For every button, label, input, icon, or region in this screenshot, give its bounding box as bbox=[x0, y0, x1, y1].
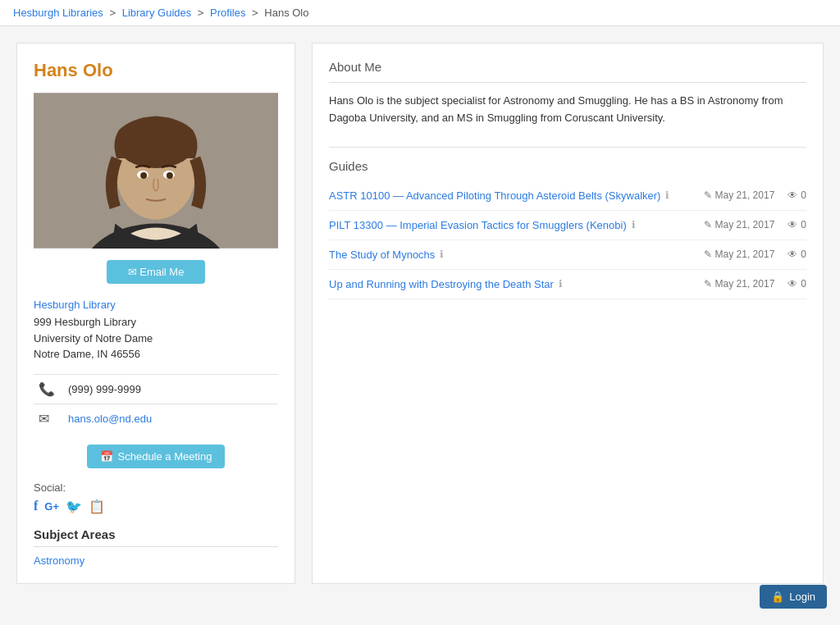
guide-info-icon-3[interactable]: ℹ bbox=[440, 249, 444, 260]
guide-row: PILT 13300 — Imperial Evasion Tactics fo… bbox=[329, 211, 806, 240]
login-button[interactable]: 🔒 Login bbox=[760, 585, 827, 600]
subject-areas-title: Subject Areas bbox=[34, 527, 278, 541]
guide-date-text-4: May 21, 2017 bbox=[715, 278, 775, 290]
schedule-meeting-button[interactable]: 📅 Schedule a Meeting bbox=[87, 445, 226, 468]
schedule-button-label: Schedule a Meeting bbox=[118, 450, 212, 463]
guide-info-icon-2[interactable]: ℹ bbox=[632, 219, 636, 230]
subject-areas-section: Subject Areas Astronomy bbox=[34, 527, 278, 567]
guide-row: ASTR 10100 — Advanced Piloting Through A… bbox=[329, 181, 806, 211]
guide-link-4[interactable]: Up and Running with Destroying the Death… bbox=[329, 278, 554, 290]
email-icon: ✉ bbox=[34, 404, 63, 433]
breadcrumb-current: Hans Olo bbox=[264, 7, 308, 19]
email-value[interactable]: hans.olo@nd.edu bbox=[63, 404, 278, 433]
guide-date-text-1: May 21, 2017 bbox=[715, 189, 775, 201]
edit-icon-2: ✎ bbox=[704, 219, 712, 230]
guide-right-4: ✎ May 21, 2017 👁 0 bbox=[704, 278, 806, 290]
profile-name: Hans Olo bbox=[34, 60, 278, 81]
blog-icon[interactable]: 📋 bbox=[89, 499, 105, 514]
breadcrumb-sep-1: > bbox=[109, 7, 116, 19]
svg-point-9 bbox=[140, 172, 147, 179]
guide-link-3[interactable]: The Study of Mynochs bbox=[329, 249, 435, 261]
guide-row: The Study of Mynochs ℹ ✎ May 21, 2017 👁 … bbox=[329, 240, 806, 270]
email-button[interactable]: ✉ Email Me bbox=[107, 260, 205, 284]
schedule-button-wrapper: 📅 Schedule a Meeting bbox=[34, 445, 278, 481]
profile-main: About Me Hans Olo is the subject special… bbox=[312, 43, 824, 584]
breadcrumb-library-guides[interactable]: Library Guides bbox=[122, 7, 192, 19]
breadcrumb-sep-3: > bbox=[252, 7, 258, 19]
svg-point-10 bbox=[167, 172, 173, 179]
guide-views-4: 👁 0 bbox=[788, 278, 806, 290]
guide-date-text-2: May 21, 2017 bbox=[715, 219, 775, 230]
profile-photo bbox=[34, 93, 278, 249]
guide-link-2[interactable]: PILT 13300 — Imperial Evasion Tactics fo… bbox=[329, 219, 627, 231]
guide-date-2: ✎ May 21, 2017 bbox=[704, 219, 775, 230]
social-icons: f G+ 🐦 📋 bbox=[34, 499, 278, 514]
lock-icon: 🔒 bbox=[771, 591, 784, 600]
phone-icon: 📞 bbox=[34, 374, 63, 404]
guide-left-2: PILT 13300 — Imperial Evasion Tactics fo… bbox=[329, 219, 636, 231]
guide-view-count-3: 0 bbox=[801, 249, 806, 260]
library-address: 999 Hesburgh Library University of Notre… bbox=[34, 314, 278, 363]
edit-icon-1: ✎ bbox=[704, 189, 712, 201]
address-line2: University of Notre Dame bbox=[34, 332, 153, 344]
social-label: Social: bbox=[34, 481, 278, 494]
breadcrumb-sep-2: > bbox=[198, 7, 204, 19]
email-button-label: Email Me bbox=[139, 266, 184, 278]
phone-row: 📞 (999) 999-9999 bbox=[34, 374, 278, 404]
about-me-title: About Me bbox=[329, 60, 806, 74]
guide-right-1: ✎ May 21, 2017 👁 0 bbox=[704, 189, 806, 201]
social-section: Social: f G+ 🐦 📋 bbox=[34, 481, 278, 514]
eye-icon-2: 👁 bbox=[788, 219, 797, 230]
guide-left-4: Up and Running with Destroying the Death… bbox=[329, 278, 563, 290]
guide-date-4: ✎ May 21, 2017 bbox=[704, 278, 775, 290]
email-button-wrapper: ✉ Email Me bbox=[34, 260, 278, 299]
guide-date-text-3: May 21, 2017 bbox=[715, 249, 775, 260]
edit-icon-3: ✎ bbox=[704, 249, 712, 260]
login-label: Login bbox=[789, 591, 815, 600]
breadcrumb: Hesburgh Libraries > Library Guides > Pr… bbox=[0, 0, 840, 26]
contact-table: 📞 (999) 999-9999 ✉ hans.olo@nd.edu bbox=[34, 374, 278, 433]
guide-info-icon-1[interactable]: ℹ bbox=[665, 189, 669, 201]
subject-areas-divider bbox=[34, 546, 278, 547]
page-wrapper: Hans Olo bbox=[0, 26, 840, 600]
guide-date-3: ✎ May 21, 2017 bbox=[704, 249, 775, 260]
about-divider bbox=[329, 82, 806, 83]
phone-number: (999) 999-9999 bbox=[63, 374, 278, 404]
library-name[interactable]: Hesburgh Library bbox=[34, 299, 278, 311]
email-link[interactable]: hans.olo@nd.edu bbox=[68, 413, 152, 425]
guide-view-count-2: 0 bbox=[801, 219, 806, 230]
edit-icon-4: ✎ bbox=[704, 278, 712, 290]
email-row: ✉ hans.olo@nd.edu bbox=[34, 404, 278, 433]
guide-view-count-4: 0 bbox=[801, 278, 806, 290]
calendar-icon: 📅 bbox=[100, 450, 113, 463]
guide-left-1: ASTR 10100 — Advanced Piloting Through A… bbox=[329, 189, 669, 202]
guide-views-3: 👁 0 bbox=[788, 249, 806, 260]
guides-title: Guides bbox=[329, 147, 806, 173]
profile-image bbox=[34, 93, 278, 249]
guide-date-1: ✎ May 21, 2017 bbox=[704, 189, 775, 201]
guide-right-3: ✎ May 21, 2017 👁 0 bbox=[704, 249, 806, 260]
guide-info-icon-4[interactable]: ℹ bbox=[559, 278, 563, 290]
twitter-icon[interactable]: 🐦 bbox=[66, 499, 82, 514]
eye-icon-3: 👁 bbox=[788, 249, 797, 260]
profile-sidebar: Hans Olo bbox=[16, 43, 295, 584]
about-text: Hans Olo is the subject specialist for A… bbox=[329, 93, 806, 127]
guide-right-2: ✎ May 21, 2017 👁 0 bbox=[704, 219, 806, 230]
guide-link-1[interactable]: ASTR 10100 — Advanced Piloting Through A… bbox=[329, 189, 660, 202]
guide-views-2: 👁 0 bbox=[788, 219, 806, 230]
guide-view-count-1: 0 bbox=[801, 189, 806, 201]
google-plus-icon[interactable]: G+ bbox=[44, 500, 59, 513]
breadcrumb-hesburgh[interactable]: Hesburgh Libraries bbox=[13, 7, 103, 19]
guide-views-1: 👁 0 bbox=[788, 189, 806, 201]
facebook-icon[interactable]: f bbox=[34, 499, 38, 513]
address-line3: Notre Dame, IN 46556 bbox=[34, 348, 140, 360]
send-icon: ✉ bbox=[128, 266, 137, 278]
eye-icon-1: 👁 bbox=[788, 189, 797, 201]
guide-row: Up and Running with Destroying the Death… bbox=[329, 270, 806, 299]
guide-left-3: The Study of Mynochs ℹ bbox=[329, 249, 444, 261]
address-line1: 999 Hesburgh Library bbox=[34, 316, 136, 328]
breadcrumb-profiles[interactable]: Profiles bbox=[210, 7, 245, 19]
subject-astronomy-link[interactable]: Astronomy bbox=[34, 554, 84, 567]
login-button-wrapper: 🔒 Login bbox=[760, 585, 827, 600]
eye-icon-4: 👁 bbox=[788, 278, 797, 290]
